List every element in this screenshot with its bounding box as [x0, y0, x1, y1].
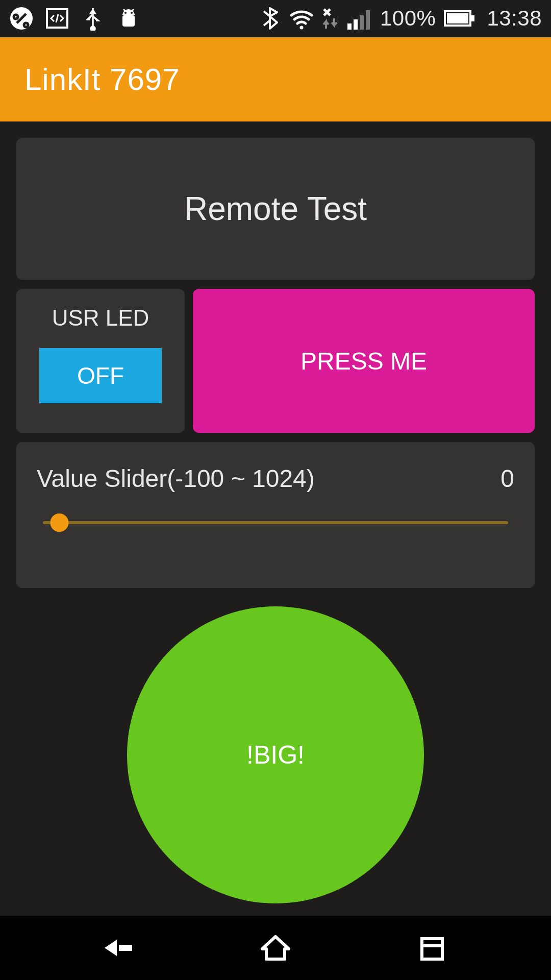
- devtools-icon: [45, 6, 69, 31]
- app-icon: [9, 6, 34, 31]
- nav-back-button[interactable]: [88, 932, 149, 964]
- usr-led-card: USR LED OFF: [16, 289, 185, 433]
- value-slider[interactable]: [43, 521, 508, 524]
- usr-led-label: USR LED: [32, 305, 169, 331]
- usr-led-toggle-button[interactable]: OFF: [39, 348, 162, 403]
- status-bar-left: [9, 6, 141, 31]
- svg-rect-13: [447, 13, 468, 23]
- bluetooth-icon: [258, 6, 282, 31]
- big-button-area: !BIG!: [16, 597, 535, 903]
- svg-line-5: [123, 9, 126, 11]
- slider-card: Value Slider(-100 ~ 1024) 0: [16, 442, 535, 588]
- controls-row: USR LED OFF PRESS ME: [16, 289, 535, 433]
- android-debug-icon: [116, 6, 141, 31]
- panel-title: Remote Test: [184, 190, 367, 228]
- app-title-bar: LinkIt 7697: [0, 37, 551, 122]
- nav-home-button[interactable]: [245, 932, 306, 964]
- battery-percent: 100%: [380, 6, 436, 31]
- slider-value: 0: [500, 464, 514, 493]
- panel-title-card: Remote Test: [16, 138, 535, 280]
- nav-recent-button[interactable]: [402, 932, 463, 964]
- svg-point-4: [131, 12, 133, 14]
- usb-icon: [81, 6, 105, 31]
- status-bar: 100% 13:38: [0, 0, 551, 37]
- app-title: LinkIt 7697: [24, 62, 180, 97]
- status-bar-right: 100% 13:38: [258, 6, 542, 31]
- clock: 13:38: [487, 6, 542, 31]
- svg-rect-8: [347, 23, 352, 30]
- svg-rect-2: [122, 15, 135, 27]
- press-me-button[interactable]: PRESS ME: [193, 289, 535, 433]
- slider-header: Value Slider(-100 ~ 1024) 0: [37, 464, 514, 493]
- slider-label: Value Slider(-100 ~ 1024): [37, 464, 315, 493]
- battery-full-icon: [443, 6, 475, 31]
- svg-point-7: [299, 26, 303, 30]
- no-data-icon: [321, 6, 339, 31]
- svg-rect-15: [119, 945, 132, 951]
- screen-root: 100% 13:38 LinkIt 7697 Remote Test USR L…: [0, 0, 551, 980]
- wifi-icon: [289, 6, 314, 31]
- svg-line-6: [132, 9, 134, 11]
- slider-track-wrap: [37, 521, 514, 524]
- svg-rect-16: [422, 939, 442, 959]
- big-button[interactable]: !BIG!: [127, 606, 424, 903]
- system-nav-bar: [0, 916, 551, 980]
- svg-rect-11: [366, 10, 370, 30]
- svg-point-3: [124, 12, 127, 14]
- svg-rect-9: [354, 19, 358, 30]
- content-area: Remote Test USR LED OFF PRESS ME Value S…: [0, 121, 551, 916]
- svg-rect-10: [360, 15, 364, 30]
- svg-rect-14: [471, 15, 474, 21]
- slider-thumb[interactable]: [51, 513, 69, 532]
- signal-bars-icon: [346, 6, 373, 31]
